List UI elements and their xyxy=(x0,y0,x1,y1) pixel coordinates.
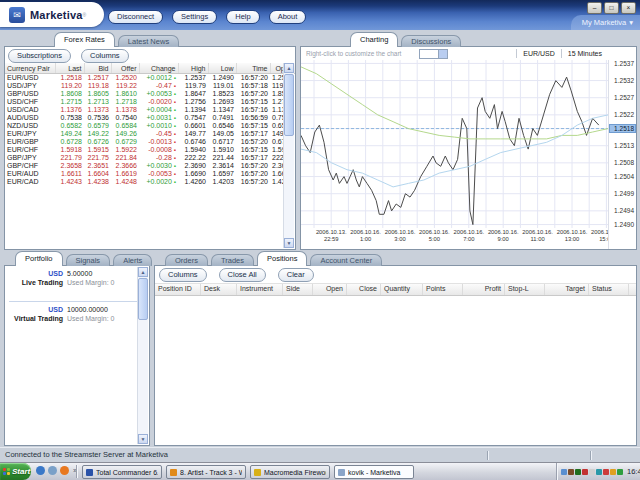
tab-account-center[interactable]: Account Center xyxy=(310,254,382,266)
high-cell: 1.2537 xyxy=(178,74,208,83)
tab-orders[interactable]: Orders xyxy=(165,254,208,266)
col-header-position-id[interactable]: Position ID xyxy=(155,284,201,295)
tray-icon-7[interactable] xyxy=(603,469,609,475)
columns-button[interactable]: Columns xyxy=(81,49,129,63)
tab-charting[interactable]: Charting xyxy=(350,32,398,47)
scroll-up-icon[interactable]: ▲ xyxy=(284,63,294,73)
col-header-close[interactable]: Close xyxy=(347,284,381,295)
tray-icon-6[interactable] xyxy=(596,469,602,475)
ie-icon[interactable] xyxy=(36,466,45,475)
rates-scrollbar[interactable]: ▲▼ xyxy=(283,63,294,248)
low-cell: 1.8523 xyxy=(208,90,236,98)
columns-button[interactable]: Columns xyxy=(159,268,207,282)
last-cell: 1.5918 xyxy=(55,146,84,154)
col-header-points[interactable]: Points xyxy=(423,284,463,295)
task-button-total-commander-6-53[interactable]: Total Commander 6.53 - ... xyxy=(82,465,162,479)
tray-icon-5[interactable] xyxy=(589,469,595,475)
task-button-kovik-marketiva[interactable]: kovik - Marketiva xyxy=(334,465,414,479)
col-header-time[interactable]: Time xyxy=(236,63,270,74)
account-currency: USD xyxy=(5,306,63,313)
table-row[interactable]: GBP/JPY221.79221.75221.84-0.28 ▪222.2222… xyxy=(5,154,295,162)
tab-trades[interactable]: Trades xyxy=(211,254,254,266)
tab-discussions[interactable]: Discussions xyxy=(401,35,461,47)
col-header-open[interactable]: Open xyxy=(313,284,347,295)
col-header-quantity[interactable]: Quantity xyxy=(381,284,423,295)
scroll-up-icon[interactable]: ▲ xyxy=(138,267,148,277)
table-row[interactable]: AUD/USD0.75380.75360.7540+0.0031 ▪0.7547… xyxy=(5,114,295,122)
tab-latest-news[interactable]: Latest News xyxy=(118,35,179,47)
close-button[interactable]: × xyxy=(621,2,636,14)
tray-icon-8[interactable] xyxy=(610,469,616,475)
col-header-high[interactable]: High xyxy=(178,63,208,74)
offer-cell: 0.6729 xyxy=(111,138,139,146)
task-label: kovik - Marketiva xyxy=(348,469,401,476)
price-chart[interactable] xyxy=(301,60,608,228)
col-header-status[interactable]: Status xyxy=(589,284,629,295)
x-tick-time: 1:00 xyxy=(348,236,384,243)
my-marketiva-menu[interactable]: My Marketiva ▾ xyxy=(571,15,640,30)
tray-icon-4[interactable] xyxy=(582,469,588,475)
tab-alerts[interactable]: Alerts xyxy=(113,254,152,266)
tray-icon-3[interactable] xyxy=(575,469,581,475)
table-row[interactable]: EUR/AUD1.66111.66041.6619-0.0053 ▪1.6690… xyxy=(5,170,295,178)
col-header-stop-l[interactable]: Stop-L xyxy=(505,284,545,295)
tab-portfolio[interactable]: Portfolio xyxy=(15,251,63,266)
table-row[interactable]: EUR/JPY149.24149.22149.26-0.45 ▪149.7714… xyxy=(5,130,295,138)
table-row[interactable]: USD/CHF1.27151.27131.2718-0.0020 ▪1.2756… xyxy=(5,98,295,106)
col-header-low[interactable]: Low xyxy=(208,63,236,74)
col-header-desk[interactable]: Desk xyxy=(201,284,237,295)
browser-icon[interactable] xyxy=(48,466,57,475)
table-row[interactable]: USD/JPY119.20119.18119.22-0.47 ▪119.7911… xyxy=(5,82,295,90)
col-header-last[interactable]: Last xyxy=(55,63,84,74)
table-row[interactable]: USD/CAD1.13761.13731.1378+0.0004 ▪1.1394… xyxy=(5,106,295,114)
table-row[interactable]: GBP/CHF2.36582.36512.3666+0.0030 ▪2.3690… xyxy=(5,162,295,170)
settings-button[interactable]: Settings xyxy=(172,10,217,24)
tray-icon-1[interactable] xyxy=(561,469,567,475)
tab-positions[interactable]: Positions xyxy=(257,251,307,266)
firefox-icon[interactable] xyxy=(60,466,69,475)
restore-button[interactable]: □ xyxy=(604,2,619,14)
close-all-button[interactable]: Close All xyxy=(219,268,266,282)
pair-cell: EUR/AUD xyxy=(5,170,55,178)
col-header-currency-pair[interactable]: Currency Pair xyxy=(5,63,55,74)
taskbar-clock[interactable]: 16:41 xyxy=(627,467,640,476)
pair-cell: GBP/JPY xyxy=(5,154,55,162)
col-header-bid[interactable]: Bid xyxy=(84,63,111,74)
chart-template-dropdown[interactable] xyxy=(419,49,448,59)
portfolio-scrollbar[interactable]: ▲▼ xyxy=(137,267,148,444)
minimize-button[interactable]: – xyxy=(587,2,602,14)
col-header-offer[interactable]: Offer xyxy=(111,63,139,74)
table-row[interactable]: EUR/GBP0.67280.67260.6729-0.0013 ▪0.6746… xyxy=(5,138,295,146)
clear-button[interactable]: Clear xyxy=(278,268,314,282)
scroll-down-icon[interactable]: ▼ xyxy=(284,238,294,248)
col-header-target[interactable]: Target xyxy=(545,284,589,295)
col-header-change[interactable]: Change xyxy=(139,63,178,74)
tray-icon-9[interactable] xyxy=(617,469,623,475)
col-header-side[interactable]: Side xyxy=(283,284,313,295)
help-button[interactable]: Help xyxy=(226,10,259,24)
dropdown-button-icon[interactable] xyxy=(438,50,447,58)
scroll-down-icon[interactable]: ▼ xyxy=(138,434,148,444)
start-button[interactable]: Start xyxy=(0,463,31,480)
last-cell: 119.20 xyxy=(55,82,84,90)
scroll-thumb[interactable] xyxy=(138,278,148,320)
task-button-macromedia-fireworks-8[interactable]: Macromedia Fireworks 8 xyxy=(250,465,330,479)
change-cell: +0.0031 ▪ xyxy=(139,114,178,122)
table-row[interactable]: GBP/USD1.86081.86051.8610+0.0053 ▪1.8647… xyxy=(5,90,295,98)
tab-signals[interactable]: Signals xyxy=(66,254,111,266)
table-row[interactable]: EUR/CHF1.59181.59151.5922-0.0008 ▪1.5940… xyxy=(5,146,295,154)
disconnect-button[interactable]: Disconnect xyxy=(108,10,163,24)
up-arrow-icon: ▪ xyxy=(174,179,176,185)
table-row[interactable]: NZD/USD0.65820.65790.6584+0.0010 ▪0.6601… xyxy=(5,122,295,130)
col-header-profit[interactable]: Profit xyxy=(463,284,505,295)
about-button[interactable]: About xyxy=(269,10,307,24)
table-row[interactable]: EUR/USD1.25181.25171.2520+0.0012 ▪1.2537… xyxy=(5,74,295,83)
subscriptions-button[interactable]: Subscriptions xyxy=(8,49,71,63)
col-header-instrument[interactable]: Instrument xyxy=(237,284,283,295)
app-logo: ✉ Marketiva ® xyxy=(0,2,104,27)
tray-icon-2[interactable] xyxy=(568,469,574,475)
scroll-thumb[interactable] xyxy=(284,74,294,136)
task-button-8-artist-track-3-winamp[interactable]: 8. Artist - Track 3 - Winamp xyxy=(166,465,246,479)
table-row[interactable]: EUR/CAD1.42431.42381.4248+0.0020 ▪1.4260… xyxy=(5,178,295,186)
tab-forex-rates[interactable]: Forex Rates xyxy=(54,32,115,47)
